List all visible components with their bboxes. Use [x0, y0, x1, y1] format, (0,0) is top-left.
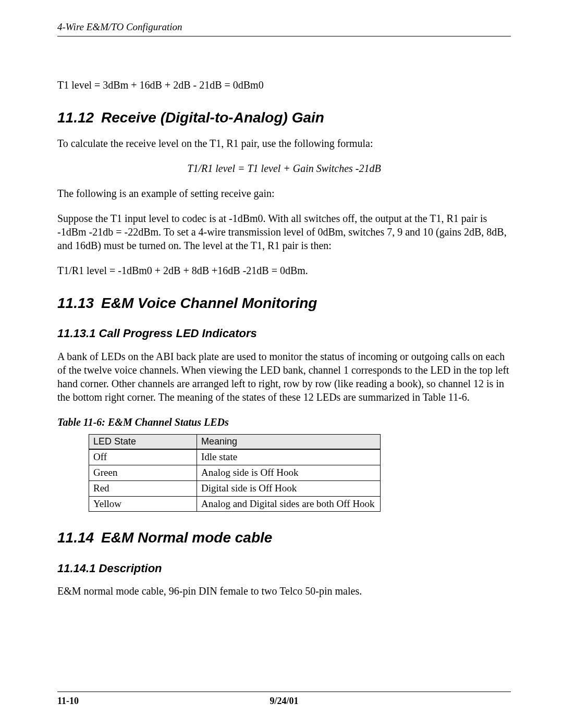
heading-11-12: 11.12Receive (Digital-to-Analog) Gain — [57, 108, 511, 127]
heading-11-14-number: 11.14 — [57, 529, 94, 546]
footer-rule — [57, 692, 511, 692]
heading-11-13-1: 11.13.1 Call Progress LED Indicators — [57, 326, 511, 341]
cell-led-state: Off — [89, 449, 197, 465]
heading-11-13: 11.13E&M Voice Channel Monitoring — [57, 294, 511, 313]
page-footer: 11-10 9/24/01 — [57, 692, 511, 707]
heading-11-14-1: 11.14.1 Description — [57, 561, 511, 576]
cell-meaning: Analog and Digital sides are both Off Ho… — [197, 496, 381, 512]
table-11-6-caption: Table 11-6: E&M Channel Status LEDs — [57, 415, 511, 429]
heading-11-13-title: E&M Voice Channel Monitoring — [101, 295, 317, 311]
table-row: Red Digital side is Off Hook — [89, 480, 381, 496]
heading-11-14-title: E&M Normal mode cable — [101, 529, 272, 546]
receive-gain-intro: To calculate the receive level on the T1… — [57, 137, 511, 150]
example-equation: T1/R1 level = -1dBm0 + 2dB + 8dB +16dB -… — [57, 264, 511, 277]
receive-gain-formula: T1/R1 level = T1 level + Gain Switches -… — [57, 162, 511, 175]
heading-11-12-title: Receive (Digital-to-Analog) Gain — [101, 109, 324, 126]
cell-meaning: Analog side is Off Hook — [197, 465, 381, 481]
cell-led-state: Red — [89, 480, 197, 496]
cell-meaning: Digital side is Off Hook — [197, 480, 381, 496]
footer-date: 9/24/01 — [57, 695, 511, 707]
heading-11-12-number: 11.12 — [57, 109, 94, 126]
table-11-6: LED State Meaning Off Idle state Green A… — [89, 434, 381, 512]
heading-11-14: 11.14E&M Normal mode cable — [57, 528, 511, 547]
header-rule — [57, 36, 511, 36]
table-row: Green Analog side is Off Hook — [89, 465, 381, 481]
col-header-meaning: Meaning — [197, 435, 381, 450]
t1-level-equation: T1 level = 3dBm + 16dB + 2dB - 21dB = 0d… — [57, 78, 511, 92]
col-header-led-state: LED State — [89, 435, 197, 450]
page: 4-Wire E&M/TO Configuration T1 level = 3… — [0, 0, 563, 728]
led-indicators-paragraph: A bank of LEDs on the ABI back plate are… — [57, 350, 511, 404]
cable-description-paragraph: E&M normal mode cable, 96-pin DIN female… — [57, 584, 511, 598]
cell-meaning: Idle state — [197, 449, 381, 465]
table-row: Yellow Analog and Digital sides are both… — [89, 496, 381, 512]
heading-11-13-number: 11.13 — [57, 295, 94, 311]
example-intro: The following is an example of setting r… — [57, 187, 511, 200]
example-paragraph: Suppose the T1 input level to codec is a… — [57, 212, 511, 252]
table-row: Off Idle state — [89, 449, 381, 465]
cell-led-state: Yellow — [89, 496, 197, 512]
cell-led-state: Green — [89, 465, 197, 481]
table-header-row: LED State Meaning — [89, 435, 381, 450]
running-header: 4-Wire E&M/TO Configuration — [57, 21, 511, 34]
